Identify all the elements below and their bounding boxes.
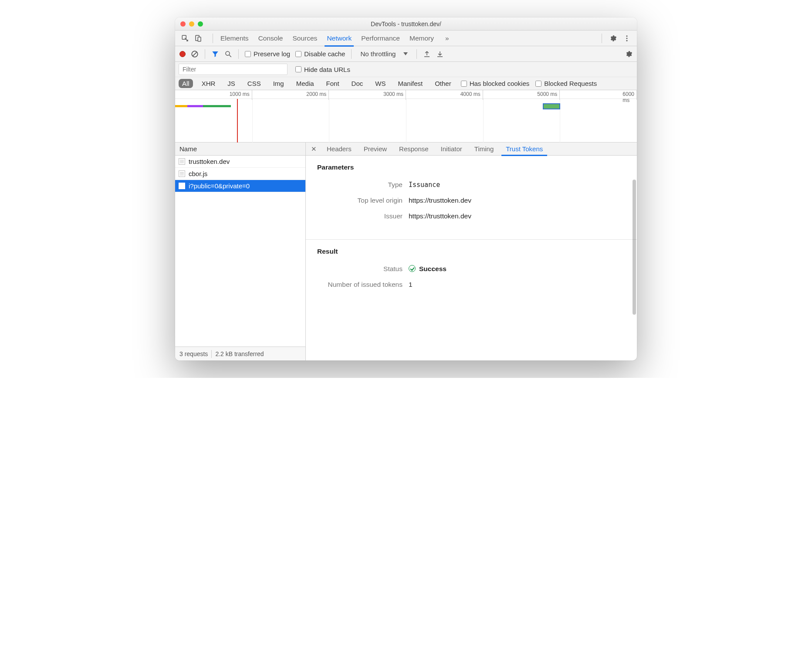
titlebar: DevTools - trusttoken.dev/ (175, 17, 637, 31)
detail-tab-headers[interactable]: Headers (321, 143, 358, 156)
device-toggle-icon[interactable] (194, 34, 202, 42)
settings-gear-icon[interactable] (609, 34, 617, 42)
network-toolbar: Preserve log Disable cache No throttling (175, 46, 637, 62)
tab-memory[interactable]: Memory (405, 31, 439, 46)
window-title: DevTools - trusttoken.dev/ (175, 20, 637, 27)
detail-tab-initiator[interactable]: Initiator (435, 143, 468, 156)
timeline-tick: 4000 ms (460, 91, 483, 97)
timeline-tick: 2000 ms (306, 91, 329, 97)
svg-point-5 (626, 40, 628, 41)
timeline-tick: 5000 ms (537, 91, 560, 97)
clear-icon[interactable] (191, 50, 199, 58)
tab-sources[interactable]: Sources (288, 31, 322, 46)
inspect-icon[interactable] (181, 34, 189, 42)
main-tabbar: ElementsConsoleSourcesNetworkPerformance… (175, 31, 637, 46)
document-icon (179, 158, 185, 165)
scrollbar-thumb[interactable] (633, 180, 636, 315)
document-icon (179, 183, 185, 189)
devtools-window: DevTools - trusttoken.dev/ ElementsConso… (175, 17, 637, 360)
detail-tab-timing[interactable]: Timing (468, 143, 500, 156)
detail-tab-trust-tokens[interactable]: Trust Tokens (500, 143, 549, 156)
tab-performance[interactable]: Performance (356, 31, 405, 46)
menu-kebab-icon[interactable] (623, 34, 631, 42)
detail-tab-response[interactable]: Response (393, 143, 435, 156)
document-icon (179, 170, 185, 177)
svg-point-4 (626, 37, 628, 39)
tab-network[interactable]: Network (322, 31, 356, 46)
tabs-overflow[interactable]: » (440, 31, 454, 46)
timeline-overview[interactable]: 1000 ms2000 ms3000 ms4000 ms5000 ms6000 … (175, 90, 637, 143)
timeline-tick: 3000 ms (383, 91, 406, 97)
detail-tab-preview[interactable]: Preview (358, 143, 393, 156)
svg-point-3 (626, 35, 628, 37)
record-button[interactable] (179, 51, 186, 57)
tab-elements[interactable]: Elements (216, 31, 254, 46)
svg-rect-2 (198, 37, 201, 41)
tab-console[interactable]: Console (254, 31, 288, 46)
timeline-tick: 1000 ms (230, 91, 252, 97)
success-check-icon (409, 265, 416, 272)
